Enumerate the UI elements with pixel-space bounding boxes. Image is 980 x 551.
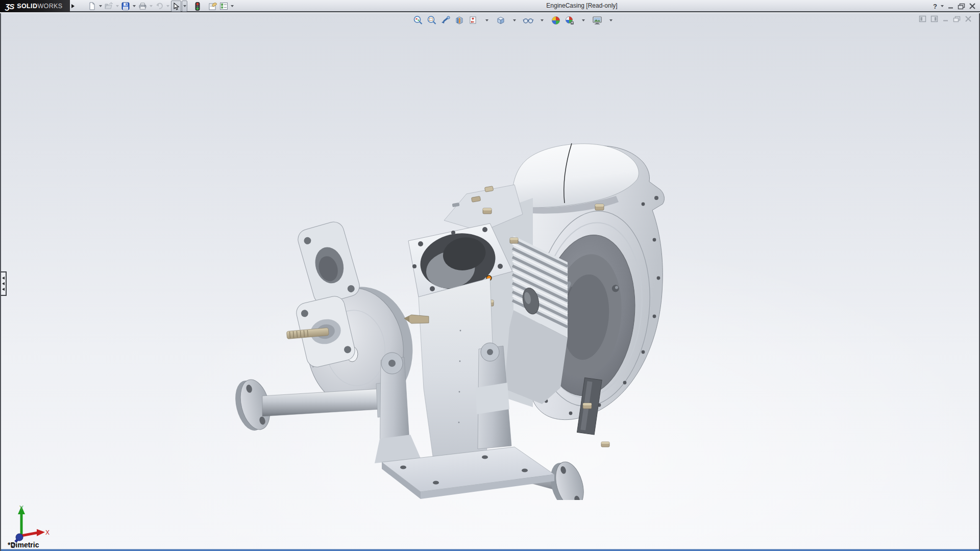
menu-expand-arrow[interactable] <box>70 0 76 12</box>
solidworks-logo-text-bold: SOLID <box>17 3 37 10</box>
edit-appearance-button[interactable] <box>550 15 561 26</box>
new-document-button[interactable] <box>87 1 97 12</box>
view-orientation-label: *Dimetric <box>8 541 39 549</box>
housing-ear-hole <box>654 196 658 200</box>
solidworks-logo-mark: ƷS <box>5 2 14 11</box>
view-settings-button[interactable] <box>592 15 603 26</box>
zoom-to-area-button[interactable] <box>426 15 437 26</box>
view-orientation-dropdown[interactable] <box>481 15 493 26</box>
previous-view-icon <box>440 15 451 26</box>
zoom-to-area-icon <box>427 15 437 26</box>
file-properties-icon <box>208 2 217 10</box>
minimize-button[interactable] <box>947 3 954 9</box>
hide-show-items-icon <box>523 15 534 26</box>
expand-arrow-icon <box>71 4 75 8</box>
triad-x-label: X <box>45 529 50 536</box>
options-dropdown[interactable] <box>229 1 235 12</box>
display-style-button[interactable] <box>495 15 506 26</box>
document-restore-button[interactable] <box>953 16 961 22</box>
pointed-stud-bolt[interactable] <box>404 315 429 323</box>
view-orientation-button[interactable] <box>468 15 479 26</box>
select-dropdown[interactable] <box>182 1 187 12</box>
help-dropdown[interactable] <box>941 5 944 7</box>
engine-casing-model[interactable] <box>226 143 675 500</box>
section-view-icon <box>454 15 464 26</box>
display-style-icon <box>496 15 506 26</box>
options-icon <box>219 2 228 10</box>
options-button[interactable] <box>218 1 229 12</box>
new-document-icon <box>88 2 96 10</box>
print-icon <box>138 2 147 10</box>
print-button[interactable] <box>137 1 148 12</box>
save-dropdown[interactable] <box>131 1 137 12</box>
dock-pane-left-icon[interactable] <box>919 15 926 22</box>
cavity-hex-nut-2[interactable] <box>601 442 609 447</box>
new-document-dropdown[interactable] <box>97 1 103 12</box>
open-dropdown[interactable] <box>114 1 120 12</box>
document-close-button[interactable] <box>965 16 972 22</box>
main-toolbar <box>87 0 235 12</box>
file-properties-button[interactable] <box>208 1 218 12</box>
help-button[interactable]: ? <box>933 3 937 10</box>
zoom-to-fit-button[interactable] <box>412 15 424 26</box>
graphics-area[interactable]: Y X Z *Dimetric <box>0 13 980 551</box>
cover-hex-nut[interactable] <box>595 204 604 210</box>
solidworks-logo-text-light: WORKS <box>37 3 62 10</box>
cavity-hex-nut[interactable] <box>583 403 592 409</box>
document-title: EngineCasing [Read-only] <box>546 2 617 9</box>
document-minimize-button[interactable] <box>942 16 949 22</box>
display-style-dropdown[interactable] <box>509 15 520 26</box>
intake-flange-upper[interactable] <box>296 219 362 306</box>
rebuild-button[interactable] <box>192 1 203 12</box>
collapsed-pane-tab[interactable] <box>1 271 7 296</box>
solidworks-logo: ƷS SOLIDWORKS <box>0 0 70 12</box>
collapse-arrow-icon <box>2 282 5 285</box>
zoom-to-fit-icon <box>413 15 423 26</box>
section-view-button[interactable] <box>454 15 465 26</box>
collapse-arrow-icon <box>2 277 5 280</box>
previous-view-button[interactable] <box>440 15 451 26</box>
view-settings-dropdown[interactable] <box>605 15 617 26</box>
open-icon <box>105 2 113 10</box>
view-orientation-icon <box>468 15 478 26</box>
save-button[interactable] <box>120 1 131 12</box>
undo-button[interactable] <box>154 1 164 12</box>
app-window-controls: ? <box>933 0 976 12</box>
hide-show-items-dropdown[interactable] <box>536 15 548 26</box>
dock-pane-right-icon[interactable] <box>930 15 938 22</box>
select-cursor-icon <box>173 3 180 10</box>
select-cursor-button[interactable] <box>171 1 181 12</box>
restore-button[interactable] <box>958 3 965 10</box>
hide-show-items-button[interactable] <box>523 15 534 26</box>
apply-scene-icon <box>565 15 575 26</box>
title-bar: ƷS SOLIDWORKS <box>0 0 980 12</box>
undo-icon <box>155 2 164 10</box>
close-button[interactable] <box>969 3 976 9</box>
triad-y-label: Y <box>19 505 23 512</box>
edit-appearance-icon <box>551 15 561 26</box>
open-button[interactable] <box>104 1 114 12</box>
undo-dropdown[interactable] <box>165 1 170 12</box>
save-icon <box>121 2 130 10</box>
headsup-view-toolbar <box>412 15 617 26</box>
viewport-bottom-border <box>1 549 979 551</box>
rebuild-traffic-light-icon <box>195 2 200 11</box>
print-dropdown[interactable] <box>148 1 154 12</box>
document-window-controls <box>919 15 972 22</box>
collapse-arrow-icon <box>2 288 5 291</box>
view-settings-icon <box>592 15 602 26</box>
apply-scene-button[interactable] <box>564 15 575 26</box>
apply-scene-dropdown[interactable] <box>578 15 589 26</box>
